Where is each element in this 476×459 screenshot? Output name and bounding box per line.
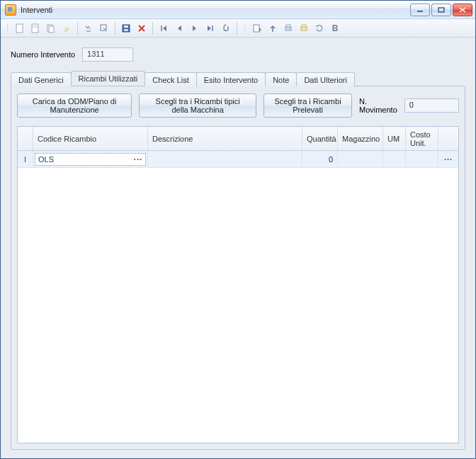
codice-ricambio-input[interactable]: OLS ··· (35, 153, 146, 166)
col-actions[interactable] (438, 127, 458, 150)
toolbar-grip-icon: ⋮ (4, 23, 10, 33)
window-title: Interventi (21, 6, 410, 14)
header-row: Numero Intervento 1311 (11, 47, 468, 62)
prev-record-icon[interactable] (172, 21, 186, 35)
document-refresh-icon[interactable] (250, 21, 264, 35)
next-record-icon[interactable] (188, 21, 202, 35)
svg-rect-14 (124, 29, 128, 31)
action-row: Carica da ODM/Piano di Manutenzione Sceg… (17, 94, 459, 118)
toolbar: ⋮ ⋮ B (1, 19, 475, 38)
svg-rect-7 (33, 27, 38, 28)
toolbar-grip-icon: ⋮ (241, 23, 247, 33)
sync-icon[interactable] (312, 21, 327, 35)
cell-codice-ricambio[interactable]: OLS ··· (33, 151, 148, 167)
window-controls (410, 4, 472, 16)
minimize-button[interactable] (410, 4, 430, 16)
svg-rect-1 (438, 8, 444, 12)
cell-quantita[interactable]: 0 (302, 151, 338, 167)
toolbar-separator (152, 22, 153, 35)
col-costo-unit[interactable]: Costo Unit. (406, 127, 438, 150)
svg-marker-20 (193, 26, 196, 31)
col-um[interactable]: UM (383, 127, 406, 150)
bold-icon[interactable]: B (328, 21, 342, 35)
toolbar-separator (115, 22, 115, 35)
tabstrip: Dati Generici Ricambi Utilizzati Check L… (11, 69, 468, 86)
ricambi-grid: Codice Ricambio Descrizione Quantità Mag… (17, 126, 459, 443)
attach-icon[interactable] (219, 21, 233, 35)
cell-row-actions[interactable]: ··· (438, 151, 458, 167)
window: Interventi ⋮ ⋮ (0, 0, 476, 459)
svg-marker-10 (64, 27, 69, 33)
cell-descrizione[interactable] (148, 151, 302, 167)
numero-intervento-label: Numero Intervento (11, 50, 75, 59)
svg-rect-27 (301, 27, 307, 30)
cell-magazzino[interactable] (338, 151, 383, 167)
tab-dati-ulteriori[interactable]: Dati Ulteriori (296, 72, 355, 86)
col-quantita[interactable]: Quantità (302, 127, 338, 150)
svg-rect-9 (49, 26, 54, 33)
cell-costo-unit[interactable] (406, 151, 438, 167)
svg-rect-13 (124, 26, 128, 28)
tab-esito-intervento[interactable]: Esito Intervento (196, 72, 266, 86)
new-icon[interactable] (13, 21, 27, 35)
content-area: Numero Intervento 1311 Dati Generici Ric… (1, 38, 475, 458)
eraser-icon[interactable] (60, 21, 74, 35)
col-magazzino[interactable]: Magazzino (338, 127, 383, 150)
find-next-icon[interactable] (97, 21, 111, 35)
scegli-ricambi-prelevati-button[interactable]: Scegli tra i Ricambi Prelevati (264, 94, 352, 118)
first-record-icon[interactable] (157, 21, 171, 35)
svg-rect-25 (285, 27, 291, 30)
print-icon[interactable] (281, 21, 295, 35)
print-preview-icon[interactable] (297, 21, 311, 35)
movimento-field[interactable]: 0 (404, 98, 459, 113)
toolbar-separator (237, 22, 237, 35)
svg-marker-21 (208, 26, 211, 31)
last-record-icon[interactable] (203, 21, 217, 35)
app-icon (5, 4, 16, 16)
scegli-ricambi-tipici-button[interactable]: Scegli tra i Ricambi tipici della Macchi… (139, 94, 256, 118)
find-icon[interactable] (81, 21, 96, 35)
tab-ricambi-utilizzati[interactable]: Ricambi Utilizzati (71, 71, 146, 86)
svg-rect-6 (33, 26, 38, 26)
tab-check-list[interactable]: Check List (144, 72, 196, 86)
col-codice-ricambio[interactable]: Codice Ricambio (33, 127, 148, 150)
delete-icon[interactable] (135, 21, 149, 35)
movimento-label: N. Movimento (359, 97, 397, 114)
numero-intervento-field[interactable]: 1311 (82, 47, 133, 62)
carica-odm-button[interactable]: Carica da ODM/Piano di Manutenzione (17, 94, 132, 118)
tab-note[interactable]: Note (265, 72, 297, 86)
titlebar: Interventi (1, 1, 475, 19)
col-indicator[interactable] (18, 127, 33, 150)
row-indicator: I (18, 151, 33, 167)
col-descrizione[interactable]: Descrizione (148, 127, 302, 150)
save-icon[interactable] (119, 21, 133, 35)
lookup-ellipsis-icon[interactable]: ··· (134, 155, 142, 164)
cell-um[interactable] (383, 151, 406, 167)
svg-rect-4 (16, 24, 23, 33)
up-icon[interactable] (266, 21, 280, 35)
table-row[interactable]: I OLS ··· 0 ··· (18, 151, 458, 168)
svg-marker-19 (178, 26, 181, 31)
svg-marker-18 (163, 26, 166, 31)
open-icon[interactable] (28, 21, 42, 35)
svg-rect-23 (254, 25, 259, 32)
svg-rect-28 (302, 25, 306, 27)
svg-rect-26 (286, 25, 290, 27)
maximize-button[interactable] (431, 4, 451, 16)
codice-ricambio-value: OLS (38, 155, 54, 164)
close-button[interactable] (453, 4, 472, 16)
svg-marker-24 (259, 28, 261, 32)
tab-dati-generici[interactable]: Dati Generici (11, 72, 72, 86)
svg-rect-5 (32, 24, 38, 33)
tab-body: Carica da ODM/Piano di Manutenzione Sceg… (11, 86, 465, 450)
copy-icon[interactable] (44, 21, 58, 35)
toolbar-separator (77, 22, 78, 35)
grid-header: Codice Ricambio Descrizione Quantità Mag… (18, 127, 458, 151)
